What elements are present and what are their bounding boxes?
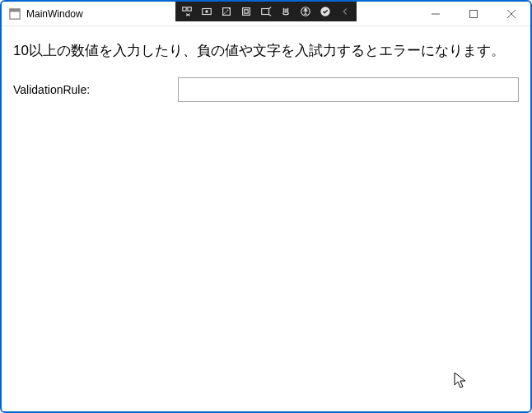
main-window: MainWindow: [0, 0, 532, 413]
display-layout-adorners-icon[interactable]: [217, 2, 236, 21]
validation-label: ValidationRule:: [13, 83, 178, 96]
svg-point-11: [305, 8, 306, 10]
track-focused-element-icon[interactable]: [236, 2, 256, 21]
close-button[interactable]: [492, 2, 530, 26]
svg-rect-8: [245, 10, 248, 13]
client-area: 10以上の数値を入力したり、負の値や文字を入試力するとエラーになります。 Val…: [2, 26, 530, 411]
validation-input[interactable]: [178, 77, 519, 102]
window-controls: [417, 2, 530, 26]
accessibility-hands-icon[interactable]: [276, 2, 296, 21]
svg-rect-3: [188, 7, 191, 11]
validation-field-row: ValidationRule:: [13, 77, 519, 102]
maximize-button[interactable]: [455, 2, 492, 26]
svg-rect-7: [243, 8, 250, 16]
debug-toolbar: [175, 2, 357, 21]
accessibility-icon[interactable]: [296, 2, 315, 21]
select-element-icon[interactable]: [197, 2, 217, 21]
window-title: MainWindow: [26, 8, 83, 20]
live-visual-tree-icon[interactable]: [177, 2, 197, 21]
svg-rect-2: [183, 7, 186, 11]
svg-rect-9: [262, 9, 269, 15]
hot-reload-icon[interactable]: [256, 2, 276, 21]
app-icon: [8, 7, 21, 21]
collapse-icon[interactable]: [335, 2, 355, 21]
svg-point-5: [206, 11, 208, 12]
svg-rect-1: [10, 8, 20, 12]
titlebar: MainWindow: [2, 2, 530, 26]
svg-rect-14: [470, 10, 478, 17]
minimize-button[interactable]: [417, 2, 455, 26]
instruction-text: 10以上の数値を入力したり、負の値や文字を入試力するとエラーになります。: [13, 41, 519, 61]
checkmark-icon[interactable]: [315, 2, 335, 21]
